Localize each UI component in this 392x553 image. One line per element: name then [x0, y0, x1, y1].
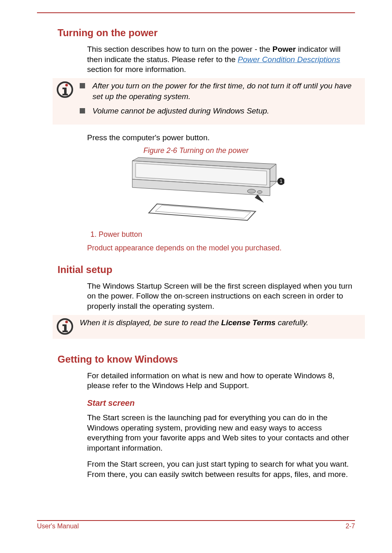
- document-page: Turning on the power This section descri…: [0, 0, 392, 553]
- product-appearance-note: Product appearance depends on the model …: [87, 244, 355, 252]
- svg-point-15: [65, 321, 68, 323]
- top-divider: [37, 12, 355, 13]
- svg-point-7: [247, 189, 256, 193]
- text-fragment: section for more information.: [87, 65, 186, 74]
- note-text-fragment: When it is displayed, be sure to read th…: [80, 318, 221, 327]
- bullet-icon: [80, 108, 85, 113]
- footer-divider: [37, 520, 355, 521]
- callout-number: 1: [280, 178, 283, 184]
- heading-start-screen: Start screen: [87, 398, 355, 408]
- section1-body: This section describes how to turn on th…: [87, 44, 355, 75]
- page-footer: User's Manual 2-7: [37, 520, 355, 530]
- note-item: Volume cannot be adjusted during Windows…: [80, 106, 362, 116]
- section1-intro: This section describes how to turn on th…: [87, 44, 355, 75]
- svg-point-1: [65, 84, 68, 86]
- press-instruction: Press the computer's power button.: [87, 133, 355, 143]
- figure-legend: 1. Power button: [90, 230, 355, 239]
- info-icon: [55, 317, 75, 335]
- start-screen-body: The Start screen is the launching pad fo…: [87, 413, 355, 479]
- note-text-fragment: carefully.: [276, 318, 309, 327]
- note-content: When it is displayed, be sure to read th…: [80, 317, 362, 328]
- note-box-power: After you turn on the power for the firs…: [53, 78, 365, 125]
- heading-turning-on-power: Turning on the power: [58, 27, 355, 39]
- info-icon: [55, 81, 75, 98]
- note-text: Volume cannot be adjusted during Windows…: [92, 106, 269, 116]
- bullet-icon: [80, 83, 85, 88]
- svg-marker-9: [255, 194, 264, 203]
- power-bold: Power: [272, 45, 296, 53]
- heading-getting-to-know-windows: Getting to know Windows: [58, 354, 355, 365]
- figure-caption: Figure 2-6 Turning on the power: [37, 146, 355, 155]
- note-item: After you turn on the power for the firs…: [80, 81, 362, 102]
- figure-2-6: 1: [37, 157, 355, 224]
- section2-body: The Windows Startup Screen will be the f…: [87, 281, 355, 312]
- text-fragment: This section describes how to turn on th…: [87, 45, 272, 53]
- note-text: After you turn on the power for the firs…: [92, 81, 362, 102]
- svg-point-8: [257, 190, 262, 193]
- footer-row: User's Manual 2-7: [37, 523, 355, 530]
- note-content: After you turn on the power for the firs…: [80, 81, 362, 120]
- note-box-license: When it is displayed, be sure to read th…: [53, 315, 365, 339]
- license-terms-bold: License Terms: [221, 318, 275, 327]
- footer-page-number: 2-7: [346, 523, 355, 530]
- section3-para2: The Start screen is the launching pad fo…: [87, 413, 355, 454]
- press-text: Press the computer's power button.: [87, 133, 355, 143]
- section3-body: For detailed information on what is new …: [87, 371, 355, 391]
- footer-left: User's Manual: [37, 523, 79, 530]
- section3-para1: For detailed information on what is new …: [87, 371, 355, 391]
- section3-para3: From the Start screen, you can just star…: [87, 459, 355, 479]
- section2-para: The Windows Startup Screen will be the f…: [87, 281, 355, 312]
- power-condition-link[interactable]: Power Condition Descriptions: [238, 55, 340, 64]
- heading-initial-setup: Initial setup: [58, 264, 355, 275]
